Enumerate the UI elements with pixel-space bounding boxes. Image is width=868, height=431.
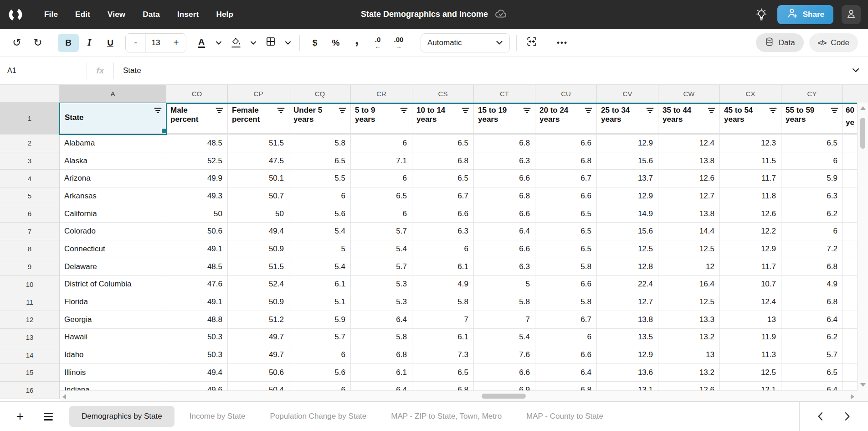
cell[interactable]: 6.5	[535, 240, 597, 258]
scroll-down-arrow-icon[interactable]	[860, 383, 866, 387]
cell[interactable]: 6.6	[535, 346, 597, 364]
cell-state[interactable]: California	[60, 205, 166, 223]
cell[interactable]: 13.8	[658, 152, 720, 170]
cell[interactable]: 49.9	[166, 170, 228, 187]
cell[interactable]: 50.3	[166, 346, 228, 364]
cell[interactable]: 6.6	[474, 240, 535, 258]
font-size-value[interactable]: 13	[145, 34, 166, 52]
cell[interactable]: 6.3	[474, 152, 535, 170]
cell[interactable]: 48.8	[166, 311, 228, 329]
cell[interactable]: 6.5	[781, 135, 843, 152]
cell[interactable]: 11.7	[720, 258, 781, 276]
cell[interactable]: 50.3	[166, 329, 228, 347]
cell[interactable]: 14.4	[658, 223, 720, 240]
cell[interactable]: 13.3	[658, 311, 720, 329]
cell-partial[interactable]	[843, 276, 857, 294]
cell[interactable]: 6.5	[535, 205, 597, 223]
row-header-9[interactable]: 9	[0, 258, 60, 276]
row-header-8[interactable]: 8	[0, 240, 60, 258]
cell[interactable]: 6.8	[351, 346, 412, 364]
cell[interactable]: 13.2	[658, 364, 720, 382]
column-header-CT[interactable]: CT	[474, 85, 535, 103]
header-cell-CX[interactable]: 45 to 54 years	[720, 103, 781, 135]
cell[interactable]: 6.4	[781, 311, 843, 329]
grid-corner-cell[interactable]	[0, 85, 60, 103]
menu-data[interactable]: Data	[134, 10, 169, 19]
share-button[interactable]: Share	[777, 5, 833, 24]
cell[interactable]: 6.2	[781, 329, 843, 347]
cell[interactable]: 6.4	[535, 364, 597, 382]
filter-icon[interactable]	[216, 108, 223, 114]
cell[interactable]: 6.5	[412, 170, 474, 187]
merge-cells-button[interactable]	[521, 34, 542, 52]
cell[interactable]: 16.4	[658, 276, 720, 294]
cell[interactable]: 13.6	[597, 364, 658, 382]
code-panel-button[interactable]: </> Code	[809, 33, 858, 52]
cell[interactable]: 6	[351, 135, 412, 152]
cell[interactable]: 12.5	[720, 364, 781, 382]
borders-dropdown-chevron-icon[interactable]	[281, 34, 295, 52]
cell-partial[interactable]	[843, 329, 857, 347]
horizontal-scrollbar[interactable]	[60, 390, 857, 401]
tips-lightbulb-icon[interactable]	[754, 7, 769, 22]
cell[interactable]: 6.7	[412, 187, 474, 205]
cell[interactable]: 12.5	[597, 240, 658, 258]
cell-state[interactable]: Colorado	[60, 223, 166, 240]
cell-partial[interactable]	[843, 258, 857, 276]
column-header-CY[interactable]: CY	[781, 85, 843, 103]
column-header-A[interactable]: A	[60, 85, 166, 103]
cell[interactable]: 5.3	[351, 276, 412, 294]
tab-income-by-state[interactable]: Income by State	[177, 406, 258, 427]
cell[interactable]: 49.1	[166, 240, 228, 258]
cell[interactable]: 6.8	[535, 152, 597, 170]
cell[interactable]: 12	[658, 258, 720, 276]
column-header-CU[interactable]: CU	[535, 85, 597, 103]
filter-icon[interactable]	[462, 108, 469, 114]
bold-button[interactable]: B	[58, 34, 79, 52]
cell-partial[interactable]	[843, 205, 857, 223]
header-cell-CQ[interactable]: Under 5 years	[289, 103, 351, 135]
cell[interactable]: 14.9	[597, 205, 658, 223]
thousands-separator-button[interactable]: ,	[346, 34, 367, 52]
italic-button[interactable]: I	[79, 34, 100, 52]
fill-handle[interactable]	[161, 128, 166, 133]
menu-help[interactable]: Help	[207, 10, 242, 19]
cell-state[interactable]: Illinois	[60, 364, 166, 382]
cell[interactable]: 6.1	[351, 364, 412, 382]
cell[interactable]: 49.7	[228, 329, 289, 347]
cell[interactable]: 12.9	[597, 135, 658, 152]
filter-icon[interactable]	[277, 108, 285, 114]
row-header-5[interactable]: 5	[0, 187, 60, 205]
header-cell-CS[interactable]: 10 to 14 years	[412, 103, 474, 135]
cell[interactable]: 5.4	[289, 258, 351, 276]
cell[interactable]: 6.6	[412, 205, 474, 223]
filter-icon[interactable]	[708, 108, 715, 114]
cell[interactable]: 13.7	[597, 170, 658, 187]
document-title[interactable]: State Demographics and Income	[361, 10, 488, 19]
column-header-CP[interactable]: CP	[228, 85, 289, 103]
cell[interactable]: 12.5	[658, 240, 720, 258]
tab-map-zip-to-state-town-metro[interactable]: MAP - ZIP to State, Town, Metro	[379, 406, 514, 427]
cell-state[interactable]: Alabama	[60, 135, 166, 152]
cell[interactable]: 11.5	[720, 152, 781, 170]
cell[interactable]: 49.4	[166, 364, 228, 382]
row-header-15[interactable]: 15	[0, 364, 60, 382]
row-header-2[interactable]: 2	[0, 135, 60, 152]
percent-format-button[interactable]: %	[325, 34, 346, 52]
cell[interactable]: 13	[658, 346, 720, 364]
cell[interactable]: 6.7	[535, 311, 597, 329]
cell[interactable]: 6.5	[289, 152, 351, 170]
cell-partial[interactable]	[843, 240, 857, 258]
cell[interactable]: 15.6	[597, 152, 658, 170]
column-header-CX[interactable]: CX	[720, 85, 781, 103]
tab-map-county-to-state[interactable]: MAP - County to State	[514, 406, 616, 427]
cell[interactable]: 50.7	[228, 187, 289, 205]
scroll-left-arrow-icon[interactable]	[62, 394, 66, 400]
cell[interactable]: 6.3	[412, 223, 474, 240]
cell[interactable]: 12.4	[658, 135, 720, 152]
menu-edit[interactable]: Edit	[67, 10, 99, 19]
cell[interactable]: 6.5	[781, 364, 843, 382]
cell[interactable]: 6.4	[351, 311, 412, 329]
cell[interactable]: 4.9	[781, 276, 843, 294]
cell[interactable]: 5.4	[351, 240, 412, 258]
